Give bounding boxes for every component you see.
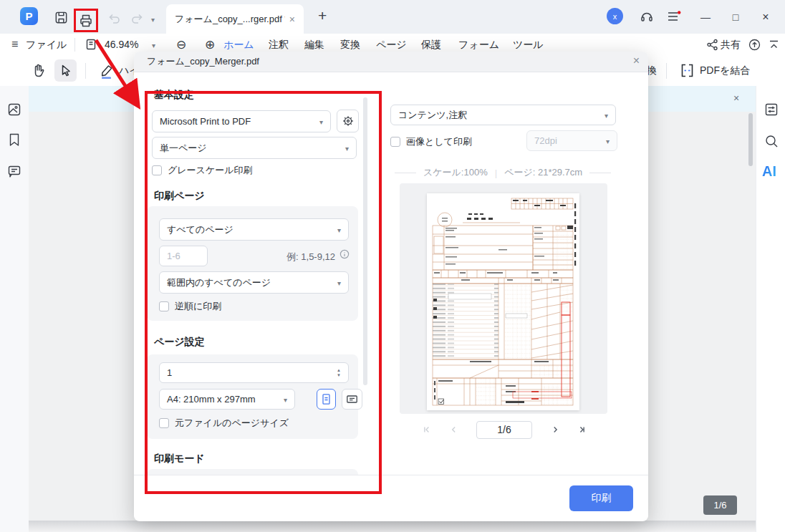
print-button[interactable]: 印刷	[569, 485, 633, 511]
file-menu-icon: ≡	[11, 38, 18, 51]
bookmarks-icon[interactable]	[6, 132, 22, 147]
properties-panel-icon[interactable]	[764, 102, 779, 117]
divider	[666, 63, 667, 79]
doc-scrollbar-thumb[interactable]	[748, 113, 753, 166]
merge-pdf-label[interactable]: PDFを結合	[700, 64, 750, 77]
search-icon[interactable]	[764, 133, 779, 149]
page-indicator-input[interactable]	[476, 421, 532, 439]
titlebar: P フォーム_copy_...rger.pdf * × + x — □ ×	[0, 0, 785, 34]
zoom-in-icon[interactable]: ⊕	[205, 37, 215, 52]
dpi-select: 72dpi	[526, 130, 617, 151]
print-content-value: コンテンツ,注釈	[398, 109, 467, 122]
divider	[589, 173, 611, 173]
ai-assistant-icon[interactable]: AI	[762, 163, 776, 180]
save-icon[interactable]	[54, 10, 69, 25]
window-close-button[interactable]: ×	[756, 9, 776, 25]
preview-pagination	[422, 417, 587, 442]
print-content-select[interactable]: コンテンツ,注釈	[390, 105, 616, 125]
tab-page[interactable]: ページ	[376, 39, 407, 52]
comments-icon[interactable]	[6, 163, 22, 179]
tab-home[interactable]: ホーム	[223, 39, 254, 52]
new-tab-button[interactable]: +	[318, 7, 327, 24]
user-avatar[interactable]: x	[607, 8, 623, 24]
annotation-box-print-icon	[74, 9, 98, 32]
convert-label-clipped[interactable]: 換	[647, 64, 657, 77]
pdf-editor-window: P フォーム_copy_...rger.pdf * × + x — □ ×	[0, 0, 785, 532]
first-page-icon[interactable]	[422, 425, 430, 435]
maximize-button[interactable]: □	[726, 9, 746, 25]
divider: |	[495, 168, 497, 178]
chevron-down-icon	[605, 110, 608, 120]
dialog-titlebar: フォーム_copy_Merger.pdf ×	[134, 52, 648, 72]
print-as-image-option[interactable]: 画像として印刷	[390, 135, 472, 148]
tab-form[interactable]: フォーム	[458, 39, 499, 52]
previous-page-icon[interactable]	[449, 425, 458, 435]
scale-text: スケール:100%	[423, 166, 488, 179]
annotation-box-settings-panel	[145, 91, 382, 494]
scale-info-row: スケール:100% | ページ: 21*29.7cm	[386, 166, 620, 179]
divider	[395, 173, 416, 173]
hand-tool-icon[interactable]	[30, 62, 47, 79]
left-panel-bar	[0, 86, 29, 532]
last-page-icon[interactable]	[578, 425, 587, 435]
app-logo-icon: P	[20, 7, 38, 25]
tab-convert[interactable]: 変換	[340, 39, 360, 52]
select-tool-button[interactable]	[54, 59, 77, 82]
print-as-image-checkbox[interactable]	[390, 137, 400, 147]
file-menu[interactable]: ファイル	[26, 39, 67, 52]
zoom-caret-icon[interactable]	[152, 38, 155, 51]
next-page-icon[interactable]	[551, 425, 559, 435]
undo-icon[interactable]	[107, 11, 121, 26]
notification-close-icon[interactable]: ×	[733, 92, 739, 104]
dpi-value: 72dpi	[534, 135, 557, 146]
tab-protect[interactable]: 保護	[421, 39, 441, 52]
collapse-toolbar-icon[interactable]	[768, 39, 780, 51]
tab-edit[interactable]: 編集	[304, 39, 324, 52]
share-label[interactable]: 共有	[721, 39, 741, 52]
support-headset-icon[interactable]	[640, 9, 654, 24]
page-number-badge: 1/6	[703, 495, 737, 515]
page-thumbnails-icon[interactable]	[6, 102, 22, 117]
print-as-image-label: 画像として印刷	[406, 135, 472, 148]
merge-pdf-icon[interactable]	[679, 62, 695, 79]
page-size-text: ページ: 21*29.7cm	[504, 166, 582, 179]
dialog-close-icon[interactable]: ×	[633, 54, 640, 67]
tab-title: フォーム_copy_...rger.pdf *	[175, 13, 285, 26]
preview-canvas	[400, 183, 607, 414]
history-caret-icon[interactable]	[151, 12, 155, 25]
chevron-down-icon	[606, 135, 610, 146]
cloud-upload-icon[interactable]	[748, 38, 761, 52]
preview-page	[427, 193, 579, 410]
annotation-arrow	[85, 33, 150, 113]
tab-tools[interactable]: ツール	[513, 39, 544, 52]
redo-icon[interactable]	[130, 11, 145, 26]
document-tab[interactable]: フォーム_copy_...rger.pdf * ×	[166, 4, 304, 34]
tab-annotate[interactable]: 注釈	[269, 39, 289, 52]
main-menu-icon[interactable]	[667, 10, 681, 23]
minimize-button[interactable]: —	[695, 9, 716, 25]
dialog-title: フォーム_copy_Merger.pdf	[147, 52, 259, 72]
share-icon[interactable]	[706, 39, 718, 51]
zoom-out-icon[interactable]: ⊖	[176, 37, 186, 52]
divider	[74, 38, 75, 52]
right-panel-bar: AI	[756, 86, 785, 532]
form-preview-graphic	[427, 193, 579, 410]
doc-bottom-scroll-track[interactable]	[29, 521, 756, 532]
tab-close-icon[interactable]: ×	[289, 14, 295, 25]
